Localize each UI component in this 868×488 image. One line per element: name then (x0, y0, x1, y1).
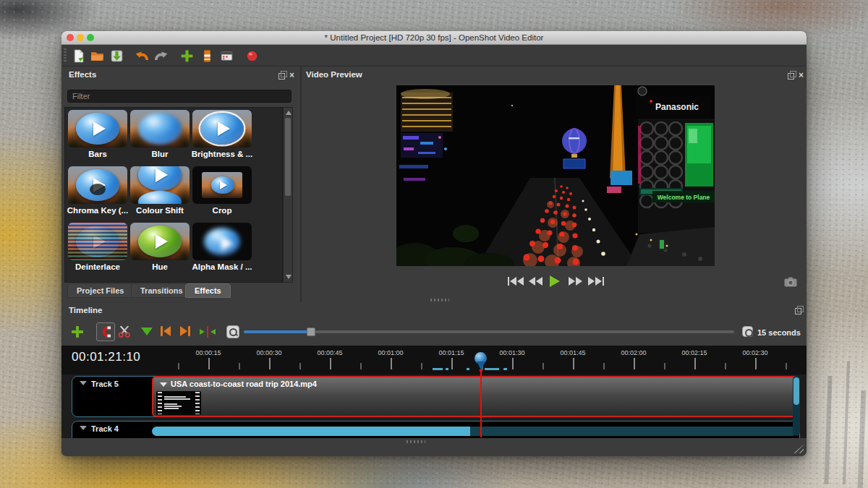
effects-float-icon[interactable] (278, 73, 285, 80)
save-project-button[interactable] (109, 48, 124, 64)
wallpaper-streak (858, 390, 867, 488)
effects-scrollbar[interactable] (283, 107, 293, 283)
track-4-audio-bar-dark[interactable] (470, 427, 797, 436)
new-project-button[interactable] (70, 48, 86, 64)
minor-tick (725, 363, 726, 369)
razor-button[interactable] (118, 325, 131, 338)
scroll-up-icon[interactable] (286, 111, 292, 115)
ruler-tick-label: 00:00:15 (187, 349, 230, 356)
effect-tile-crop[interactable] (192, 166, 252, 204)
triangle-left-icon (163, 326, 171, 336)
track-4-audio-bar[interactable] (152, 427, 470, 436)
triangle-left-icon (529, 277, 535, 286)
zoom-in-button[interactable] (742, 326, 753, 337)
effect-tile-hue[interactable] (130, 223, 190, 260)
scrollbar-handle[interactable] (285, 118, 291, 196)
video-preview-display: Panasonic (396, 85, 715, 266)
import-files-button[interactable] (179, 48, 195, 64)
snapping-toggle-button[interactable] (96, 322, 115, 341)
scrollbar-handle[interactable] (793, 377, 799, 405)
redo-button[interactable] (153, 48, 169, 64)
chevron-down-icon[interactable] (80, 426, 87, 430)
scroll-down-icon[interactable] (286, 275, 292, 279)
panel-divider[interactable] (300, 67, 302, 302)
zoom-slider-fill (244, 330, 310, 333)
cache-indicator (467, 368, 469, 370)
redo-icon (154, 48, 169, 63)
effect-tile-deinterlace[interactable] (68, 223, 127, 260)
jump-to-end-button[interactable] (587, 275, 605, 288)
minor-tick (603, 363, 605, 369)
effect-label: Hue (127, 262, 192, 271)
fullscreen-button[interactable] (218, 48, 234, 64)
previous-marker-button[interactable] (161, 326, 171, 336)
effect-label: Blur (127, 150, 192, 158)
filmstrip-sprockets (195, 392, 200, 414)
chevron-down-icon[interactable] (160, 382, 167, 387)
playhead-marker[interactable] (475, 352, 487, 364)
major-tick (573, 358, 574, 369)
rewind-button[interactable] (527, 275, 543, 288)
preview-float-icon[interactable] (788, 73, 794, 80)
clip-usa-road-trip[interactable]: USA coast-to-coast road trip 2014.mp4 (152, 376, 799, 417)
add-marker-button[interactable] (141, 328, 153, 335)
triangle-left-icon (510, 277, 516, 286)
tracks-vertical-scrollbar[interactable] (793, 376, 800, 436)
ruler-tick-label: 00:02:00 (612, 349, 655, 356)
effects-close-icon[interactable]: × (289, 72, 294, 79)
window-resize-grip[interactable] (793, 445, 804, 453)
undo-button[interactable] (134, 48, 150, 64)
choose-profile-button[interactable] (199, 48, 215, 64)
track-5-header[interactable]: Track 5 (72, 377, 152, 416)
chevron-down-icon[interactable] (80, 381, 87, 385)
open-project-button[interactable] (89, 48, 105, 64)
play-orb-icon (138, 166, 182, 191)
play-orb-icon (204, 228, 240, 255)
effect-tile-colour-shift[interactable] (130, 166, 190, 204)
major-tick (451, 358, 453, 369)
jump-to-start-button[interactable] (506, 275, 525, 288)
track-4-header[interactable]: Track 4 (72, 421, 152, 438)
clip-thumbnail-filmstrip (156, 391, 201, 415)
horizontal-splitter-handle[interactable] (430, 299, 449, 301)
zoom-out-button[interactable] (226, 325, 239, 338)
track-name-label: Track 4 (91, 424, 119, 433)
snapshot-button[interactable] (784, 277, 797, 290)
center-on-playhead-button[interactable] (200, 326, 216, 338)
open-folder-icon (90, 49, 104, 63)
export-video-button[interactable] (244, 48, 260, 64)
effect-tile-blur[interactable] (130, 110, 190, 147)
playhead-time-display: 00:01:21:10 (72, 350, 140, 364)
major-tick (269, 358, 271, 369)
cache-indicator (446, 368, 448, 370)
openshot-window: * Untitled Project [HD 720p 30 fps] - Op… (61, 31, 807, 456)
tab-project-files[interactable]: Project Files (67, 283, 133, 298)
zoom-slider-track[interactable] (244, 330, 734, 333)
fast-forward-button[interactable] (567, 275, 583, 288)
add-track-button[interactable] (72, 326, 83, 338)
preview-panel-title: Video Preview (306, 70, 362, 79)
zoom-slider-handle[interactable] (307, 328, 315, 336)
effects-filter-input[interactable] (67, 90, 292, 103)
toolbar-drag-handle[interactable] (64, 48, 67, 63)
next-marker-button[interactable] (180, 326, 190, 336)
play-icon (550, 275, 560, 287)
timeline-splitter-handle[interactable] (407, 440, 425, 443)
tab-transitions[interactable]: Transitions (131, 283, 192, 298)
magnet-icon (99, 325, 112, 338)
minor-tick (360, 363, 362, 369)
ruler-tick-label: 00:02:15 (673, 349, 716, 356)
timeline-tracks-area[interactable]: Track 5 USA coast-to-coast road trip 201… (61, 374, 807, 438)
timeline-float-icon[interactable] (795, 308, 801, 314)
tab-effects[interactable]: Effects (185, 283, 231, 298)
triangle-right-icon (576, 277, 582, 286)
effect-tile-bars[interactable] (68, 110, 127, 147)
play-button[interactable] (548, 275, 562, 288)
effect-tile-brightness[interactable] (192, 110, 252, 147)
effect-tile-chroma-key[interactable] (68, 166, 127, 204)
effect-tile-alpha-mask[interactable] (192, 223, 252, 260)
main-toolbar (61, 45, 807, 67)
fullscreen-icon (220, 49, 234, 63)
preview-close-icon[interactable]: × (799, 72, 804, 79)
title-bar[interactable]: * Untitled Project [HD 720p 30 fps] - Op… (61, 31, 807, 45)
